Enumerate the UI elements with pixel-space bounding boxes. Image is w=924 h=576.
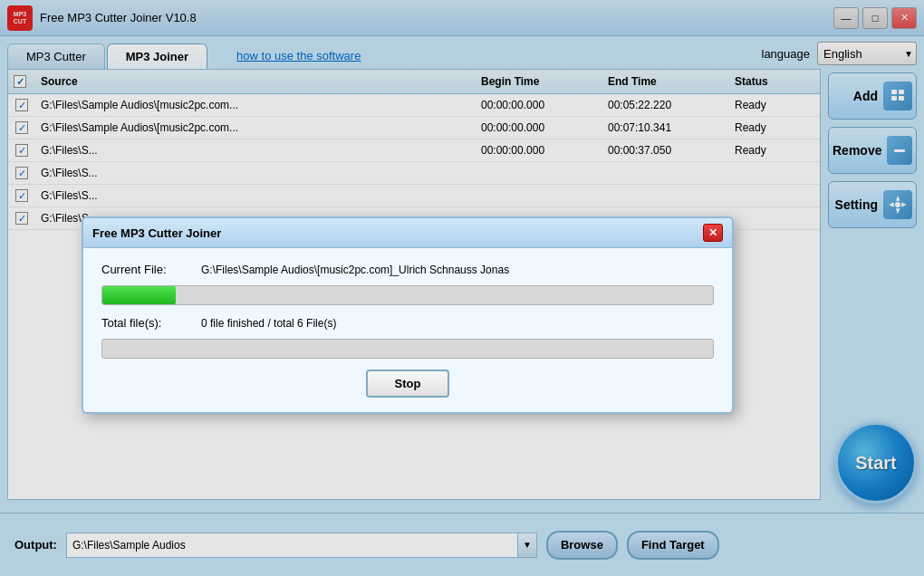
- stop-button[interactable]: Stop: [366, 370, 450, 398]
- current-file-value: G:\Files\Sample Audios\[music2pc.com]_Ul…: [201, 264, 714, 276]
- dialog-title: Free MP3 Cutter Joiner: [92, 226, 221, 240]
- current-progress-bar-fill: [102, 286, 176, 304]
- dialog-close-button[interactable]: ✕: [703, 224, 723, 242]
- dialog-body: Current File: G:\Files\Sample Audios\[mu…: [83, 248, 732, 412]
- total-progress-bar-container: [101, 339, 714, 359]
- total-files-label: Total file(s):: [101, 316, 192, 330]
- current-file-row: Current File: G:\Files\Sample Audios\[mu…: [101, 263, 714, 276]
- total-files-value: 0 file finished / total 6 File(s): [201, 317, 714, 330]
- dialog-overlay: Free MP3 Cutter Joiner ✕ Current File: G…: [0, 0, 924, 576]
- total-files-row: Total file(s): 0 file finished / total 6…: [101, 316, 714, 330]
- progress-dialog: Free MP3 Cutter Joiner ✕ Current File: G…: [82, 216, 734, 414]
- current-progress-bar-container: [101, 285, 714, 305]
- dialog-title-bar: Free MP3 Cutter Joiner ✕: [83, 218, 732, 248]
- current-file-label: Current File:: [101, 263, 192, 276]
